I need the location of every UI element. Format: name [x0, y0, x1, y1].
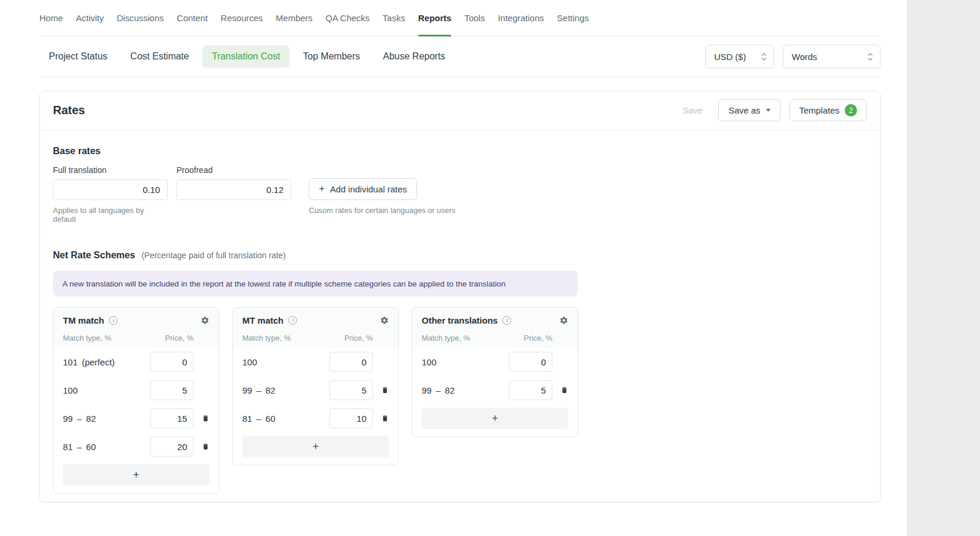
- add-individual-rates-label: Add individual rates: [330, 184, 407, 194]
- tab-project-status[interactable]: Project Status: [39, 45, 117, 68]
- rates-title: Rates: [53, 104, 85, 117]
- scheme-card: TM match i Match type, % Price, % 101 (p…: [53, 307, 219, 494]
- plus-icon: +: [319, 184, 325, 194]
- add-individual-rates-column: + Add individual rates Cusom rates for c…: [309, 165, 455, 224]
- select-chevrons-icon: [761, 52, 766, 61]
- price-input[interactable]: [329, 352, 373, 372]
- scheme-row: 100: [54, 376, 219, 404]
- trash-icon[interactable]: [202, 442, 209, 451]
- nav-item-qa-checks[interactable]: QA Checks: [325, 0, 369, 36]
- nav-item-tools[interactable]: Tools: [464, 0, 485, 36]
- nav-item-discussions[interactable]: Discussions: [117, 0, 164, 36]
- scheme-row: 100: [412, 348, 578, 376]
- scheme-header: Other translations i Match type, % Price…: [412, 308, 578, 348]
- scheme-header: MT match i Match type, % Price, %: [233, 308, 398, 348]
- nav-item-content[interactable]: Content: [177, 0, 208, 36]
- price-input[interactable]: [150, 352, 194, 372]
- nav-item-members[interactable]: Members: [276, 0, 313, 36]
- nav-item-integrations[interactable]: Integrations: [498, 0, 544, 36]
- price-input[interactable]: [509, 380, 552, 400]
- trash-icon[interactable]: [381, 386, 389, 394]
- add-individual-rates-button[interactable]: + Add individual rates: [309, 178, 417, 200]
- trash-icon[interactable]: [561, 386, 568, 394]
- main-content: Home Activity Discussions Content Resour…: [39, 0, 881, 502]
- nav-item-tasks[interactable]: Tasks: [382, 0, 405, 36]
- trash-icon[interactable]: [202, 414, 209, 422]
- full-translation-label: Full translation: [53, 165, 168, 175]
- save-as-button[interactable]: Save as: [718, 99, 780, 121]
- scheme-title: TM match: [63, 315, 104, 325]
- scheme-header: TM match i Match type, % Price, %: [54, 308, 219, 348]
- gear-icon[interactable]: [201, 316, 209, 325]
- net-rate-schemes-heading: Net Rate Schemes: [53, 250, 135, 261]
- templates-label: Templates: [799, 105, 839, 115]
- full-translation-field: Full translation Applies to all language…: [53, 165, 168, 224]
- scheme-row: 99 – 82: [54, 404, 219, 432]
- schemes-container: TM match i Match type, % Price, % 101 (p…: [53, 307, 867, 494]
- match-type-value: 99 – 82: [63, 414, 150, 424]
- match-type-column-header: Match type, %: [242, 334, 291, 342]
- gear-icon[interactable]: [380, 316, 389, 325]
- select-chevrons-icon: [868, 52, 873, 61]
- price-input[interactable]: [150, 437, 194, 457]
- right-gutter: [907, 0, 980, 536]
- lowest-rate-info-banner: A new translation will be included in th…: [53, 271, 578, 297]
- plus-icon: +: [312, 441, 319, 453]
- tab-top-members[interactable]: Top Members: [294, 45, 369, 68]
- tab-cost-estimate[interactable]: Cost Estimate: [121, 45, 199, 68]
- scheme-row: 81 – 60: [54, 432, 219, 461]
- scheme-row: 100: [233, 348, 398, 376]
- full-translation-input[interactable]: [53, 179, 168, 200]
- price-input[interactable]: [150, 380, 194, 400]
- info-icon[interactable]: i: [288, 316, 297, 325]
- nav-item-resources[interactable]: Resources: [221, 0, 263, 36]
- net-rate-schemes-heading-row: Net Rate Schemes (Percentage paid of ful…: [53, 250, 867, 261]
- nav-item-activity[interactable]: Activity: [76, 0, 104, 36]
- scheme-rows: 100 99 – 82 81 – 60: [233, 348, 398, 432]
- rates-actions: Save Save as Templates 2: [675, 99, 867, 121]
- nav-item-home[interactable]: Home: [39, 0, 63, 36]
- scheme-title: MT match: [242, 315, 284, 325]
- currency-select-value: USD ($): [714, 52, 746, 62]
- proofread-field: Proofread: [176, 165, 291, 224]
- plus-icon: +: [133, 469, 139, 481]
- info-icon[interactable]: i: [109, 316, 118, 325]
- save-as-label: Save as: [728, 105, 760, 115]
- gear-icon[interactable]: [559, 316, 568, 325]
- rates-card-header: Rates Save Save as Templates 2: [40, 91, 880, 130]
- match-type-column-header: Match type, %: [422, 334, 470, 342]
- report-options: USD ($) Words: [705, 45, 881, 68]
- scheme-row: 99 – 82: [233, 376, 398, 404]
- scheme-row: 99 – 82: [412, 376, 578, 404]
- price-column-header: Price, %: [345, 334, 373, 342]
- nav-item-reports[interactable]: Reports: [418, 0, 452, 36]
- proofread-input[interactable]: [176, 179, 291, 200]
- price-input[interactable]: [150, 408, 194, 428]
- save-button[interactable]: Save: [675, 101, 709, 120]
- add-row-button[interactable]: +: [242, 436, 389, 457]
- trash-icon[interactable]: [381, 414, 389, 422]
- nav-item-settings[interactable]: Settings: [557, 0, 589, 36]
- unit-select[interactable]: Words: [783, 45, 881, 68]
- match-type-value: 81 – 60: [63, 442, 150, 452]
- tab-abuse-reports[interactable]: Abuse Reports: [374, 45, 455, 68]
- currency-select[interactable]: USD ($): [705, 45, 774, 68]
- add-row-button[interactable]: +: [63, 464, 209, 485]
- tab-translation-cost[interactable]: Translation Cost: [202, 45, 289, 68]
- match-type-value: 100: [63, 385, 150, 395]
- match-type-column-header: Match type, %: [63, 334, 111, 342]
- scheme-row: 81 – 60: [233, 404, 398, 432]
- add-row-button[interactable]: +: [422, 408, 568, 429]
- templates-button[interactable]: Templates 2: [789, 99, 867, 121]
- info-icon[interactable]: i: [502, 316, 511, 325]
- price-input[interactable]: [329, 380, 373, 400]
- full-translation-helper: Applies to all languages by default: [53, 206, 168, 224]
- price-input[interactable]: [329, 408, 373, 428]
- scheme-row: 101 (perfect): [54, 348, 219, 376]
- price-input[interactable]: [509, 352, 552, 372]
- top-nav: Home Activity Discussions Content Resour…: [39, 0, 881, 36]
- price-column-header: Price, %: [524, 334, 552, 342]
- add-individual-rates-helper: Cusom rates for certain languages or use…: [309, 206, 455, 215]
- plus-icon: +: [492, 412, 498, 425]
- match-type-value: 99 – 82: [242, 385, 329, 395]
